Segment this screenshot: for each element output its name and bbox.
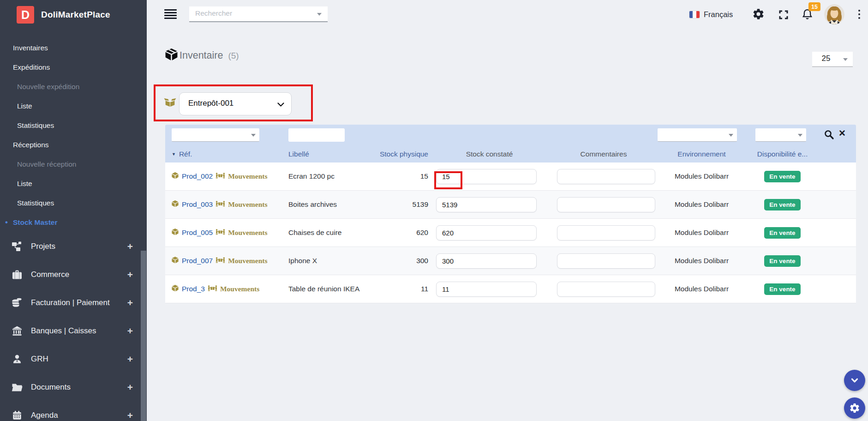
environment-value: Modules Dolibarr xyxy=(657,200,747,209)
sidebar-item-agenda[interactable]: Agenda + xyxy=(0,401,147,421)
movements-link[interactable]: Mouvements xyxy=(228,172,267,180)
settings-fab-button[interactable] xyxy=(844,397,865,419)
stock-constate-input[interactable] xyxy=(436,225,537,241)
product-ref-link[interactable]: Prod_3 xyxy=(182,285,205,293)
product-ref-link[interactable]: Prod_007 xyxy=(182,257,213,265)
expand-plus-icon[interactable]: + xyxy=(127,325,133,337)
stock-physique-value: 300 xyxy=(366,257,428,265)
comment-input[interactable] xyxy=(557,282,655,297)
stock-physique-value: 620 xyxy=(366,229,428,237)
inventory-box-icon xyxy=(164,48,179,64)
comment-input[interactable] xyxy=(557,225,655,241)
notification-count-badge: 15 xyxy=(808,2,820,11)
sidebar-scrollbar-thumb[interactable] xyxy=(141,251,146,421)
expand-plus-icon[interactable]: + xyxy=(127,354,133,365)
settings-gear-icon[interactable] xyxy=(752,8,765,22)
filter-availability-select[interactable] xyxy=(755,128,806,142)
page-size-select[interactable]: 25 xyxy=(812,52,853,67)
search-icon[interactable] xyxy=(824,129,835,142)
product-ref-link[interactable]: Prod_002 xyxy=(182,172,213,180)
sidebar-item-expeditions[interactable]: Expéditions xyxy=(0,58,147,77)
table-row: Prod_3 Mouvements Table de réunion IKEA … xyxy=(165,275,856,303)
filter-ref-select[interactable] xyxy=(172,128,259,142)
table-row: Prod_007 Mouvements Iphone X 300 Modules… xyxy=(165,247,856,275)
sidebar-item-documents[interactable]: Documents + xyxy=(0,373,147,401)
product-ref-link[interactable]: Prod_005 xyxy=(182,229,213,237)
inventory-table: ✕ ▼Réf. Libellé Stock physique Stock con… xyxy=(165,125,856,303)
comment-input[interactable] xyxy=(557,169,655,184)
chevron-down-icon xyxy=(729,134,733,137)
brand-logo-icon: D xyxy=(17,6,34,24)
more-options-kebab-icon[interactable] xyxy=(858,10,860,19)
hamburger-menu-icon[interactable] xyxy=(164,9,177,19)
column-header-environnement[interactable]: Environnement xyxy=(657,150,747,158)
sidebar: D DoliMarketPlace Inventaires Expédition… xyxy=(0,0,147,421)
stock-constate-input[interactable] xyxy=(436,282,537,297)
sidebar-item-banques-caisses[interactable]: Banques | Caisses + xyxy=(0,317,147,345)
product-box-icon xyxy=(171,172,179,181)
expand-plus-icon[interactable]: + xyxy=(127,269,133,280)
calendar-icon xyxy=(11,410,23,421)
sidebar-item-projets[interactable]: Projets + xyxy=(0,232,147,260)
comment-input[interactable] xyxy=(557,197,655,212)
stock-physique-value: 11 xyxy=(366,285,428,293)
user-icon xyxy=(11,354,23,364)
french-flag-icon xyxy=(689,11,700,18)
search-dropdown-arrow-icon[interactable] xyxy=(317,13,322,16)
sidebar-item-stock-master[interactable]: •Stock Master xyxy=(0,213,147,232)
product-box-icon xyxy=(171,284,179,294)
user-avatar[interactable] xyxy=(824,4,844,24)
brand[interactable]: D DoliMarketPlace xyxy=(0,0,147,30)
filter-environment-select[interactable] xyxy=(658,128,737,142)
fullscreen-icon[interactable] xyxy=(778,9,789,22)
search-input[interactable] xyxy=(189,6,310,20)
sidebar-item-statistiques-expeditions[interactable]: Statistiques xyxy=(0,116,147,135)
movements-link[interactable]: Mouvements xyxy=(228,200,267,209)
sidebar-section-label: GRH xyxy=(31,355,48,364)
expand-plus-icon[interactable]: + xyxy=(127,410,133,421)
expand-plus-icon[interactable]: + xyxy=(127,297,133,308)
product-label: Ecran 1200 pc xyxy=(281,172,366,180)
sidebar-item-nouvelle-reception[interactable]: Nouvelle réception xyxy=(0,155,147,174)
product-box-icon xyxy=(171,256,179,266)
movements-icon xyxy=(216,229,225,237)
sidebar-section-label: Facturation | Paiement xyxy=(31,298,110,307)
sidebar-item-liste-receptions[interactable]: Liste xyxy=(0,174,147,193)
stock-constate-input[interactable] xyxy=(436,253,537,269)
sidebar-menu: Inventaires Expéditions Nouvelle expédit… xyxy=(0,38,147,232)
stock-constate-input[interactable] xyxy=(436,197,537,212)
movements-link[interactable]: Mouvements xyxy=(220,285,259,293)
column-header-ref[interactable]: ▼Réf. xyxy=(165,150,281,158)
sitemap-icon xyxy=(11,241,23,252)
sidebar-item-receptions[interactable]: Réceptions xyxy=(0,135,147,155)
comment-input[interactable] xyxy=(557,253,655,269)
movements-link[interactable]: Mouvements xyxy=(228,257,267,265)
sidebar-item-inventaires[interactable]: Inventaires xyxy=(0,38,147,58)
close-icon[interactable]: ✕ xyxy=(838,128,846,138)
environment-value: Modules Dolibarr xyxy=(657,257,747,265)
scroll-down-fab-button[interactable] xyxy=(844,370,865,391)
status-badge: En vente xyxy=(764,283,800,295)
sidebar-item-commerce[interactable]: Commerce + xyxy=(0,260,147,289)
filter-label-input[interactable] xyxy=(288,128,345,142)
sidebar-item-liste-expeditions[interactable]: Liste xyxy=(0,96,147,116)
warehouse-select[interactable]: Entrepôt-001 xyxy=(179,92,292,115)
column-header-stock-physique[interactable]: Stock physique xyxy=(366,150,428,158)
table-filter-row: ✕ xyxy=(165,125,856,145)
stock-constate-input[interactable] xyxy=(436,169,537,184)
column-header-libelle[interactable]: Libellé xyxy=(281,150,366,158)
expand-plus-icon[interactable]: + xyxy=(127,382,133,393)
language-selector[interactable]: Français xyxy=(689,10,733,19)
movements-link[interactable]: Mouvements xyxy=(228,229,267,237)
column-header-disponibilite[interactable]: Disponibilité e... xyxy=(747,150,818,158)
product-ref-link[interactable]: Prod_003 xyxy=(182,200,213,209)
expand-plus-icon[interactable]: + xyxy=(127,241,133,252)
sidebar-item-grh[interactable]: GRH + xyxy=(0,345,147,373)
sidebar-item-statistiques-receptions[interactable]: Statistiques xyxy=(0,193,147,213)
brand-logo-letter: D xyxy=(21,8,30,22)
coins-icon xyxy=(11,298,23,308)
status-badge: En vente xyxy=(764,199,800,210)
sidebar-item-facturation-paiement[interactable]: Facturation | Paiement + xyxy=(0,289,147,317)
sidebar-item-nouvelle-expedition[interactable]: Nouvelle expédition xyxy=(0,77,147,96)
stock-physique-value: 5139 xyxy=(366,200,428,209)
